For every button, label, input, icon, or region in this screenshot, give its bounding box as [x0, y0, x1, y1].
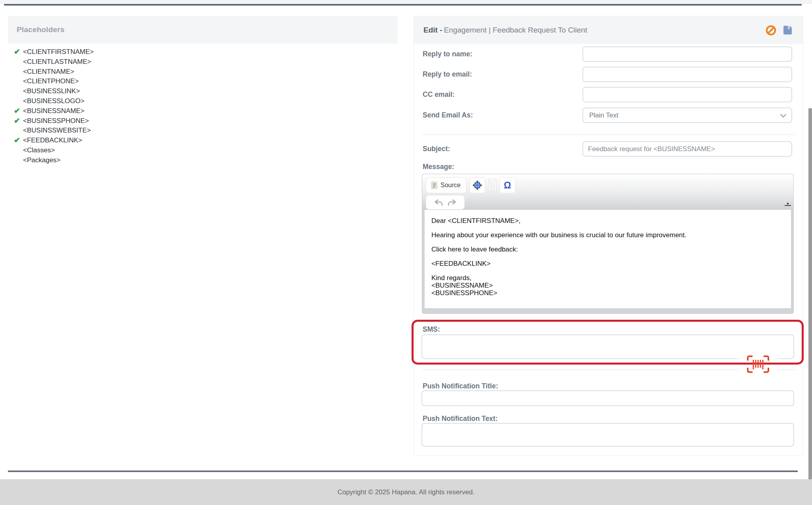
subject-label: Subject:: [423, 141, 450, 157]
maximize-icon: [472, 180, 483, 191]
source-button-label: Source: [440, 182, 461, 189]
omega-icon: Ω: [504, 181, 511, 190]
placeholder-label: <BUSINESSNAME>: [23, 107, 84, 115]
edit-panel-title: Edit -Engagement | Feedback Request To C…: [423, 26, 587, 35]
placeholder-item[interactable]: <CLIENTPHONE>: [8, 77, 398, 86]
message-editor-body[interactable]: Dear <CLIENTFIRSTNAME>, Hearing about yo…: [425, 210, 791, 308]
check-icon: ✔: [14, 106, 20, 116]
send-email-as-value: Plain Text: [589, 111, 618, 119]
placeholders-list: ✔<CLIENTFIRSTNAME> <CLIENTLASTNAME> <CLI…: [8, 47, 398, 165]
cc-email-label: CC email:: [423, 87, 455, 102]
subject-input[interactable]: [582, 141, 792, 157]
collapse-arrow-icon: ▲: [786, 201, 790, 205]
header-actions: [766, 25, 793, 36]
section-divider: [423, 369, 795, 370]
footer: Copyright © 2025 Hapana. All rights rese…: [0, 479, 812, 505]
message-paragraph: Hearing about your experience with our b…: [431, 231, 784, 239]
source-document-icon: [431, 182, 437, 189]
check-icon: ✔: [14, 116, 20, 126]
reply-to-email-input[interactable]: [582, 67, 792, 82]
placeholder-item[interactable]: <BUSINSSWEBSITE>: [8, 126, 398, 136]
message-paragraph: Click here to leave feedback:: [431, 246, 784, 253]
page: Placeholders ✔<CLIENTFIRSTNAME> <CLIENTL…: [0, 0, 812, 505]
placeholder-item[interactable]: <CLIENTNAME>: [8, 67, 398, 77]
placeholder-label: <Packages>: [23, 156, 61, 164]
placeholder-item[interactable]: ✔<BUSINESSPHONE>: [8, 116, 398, 126]
placeholder-label: <CLIENTFIRSTNAME>: [23, 48, 94, 56]
send-email-as-select[interactable]: Plain Text: [582, 108, 792, 123]
reply-to-email-label: Reply to email:: [423, 67, 472, 82]
footer-divider: [8, 470, 798, 472]
save-icon: [783, 25, 793, 35]
edit-panel: Edit -Engagement | Feedback Request To C…: [414, 16, 803, 456]
top-strip: [0, 0, 812, 4]
placeholder-item[interactable]: <BUSINESSLOGO>: [8, 96, 398, 106]
editor-toolbar-row1: Source: [426, 177, 515, 193]
barcode-scan-icon: [747, 355, 770, 374]
top-divider: [4, 4, 802, 6]
placeholder-label: <Classes>: [23, 146, 55, 154]
placeholder-label: <FEEDBACKLINK>: [23, 136, 82, 144]
cc-email-input[interactable]: [582, 87, 792, 102]
signoff-line: <BUSINESSPHONE>: [431, 289, 497, 297]
placeholder-item[interactable]: ✔<CLIENTFIRSTNAME>: [8, 47, 398, 57]
message-signoff: Kind regards, <BUSINESSNAME> <BUSINESSPH…: [431, 274, 784, 297]
toolbar-separator: [488, 179, 491, 192]
placeholders-panel: Placeholders ✔<CLIENTFIRSTNAME> <CLIENTL…: [8, 16, 398, 165]
placeholder-item[interactable]: <BUSINESSLINK>: [8, 86, 398, 96]
edit-title-prefix: Edit -: [423, 26, 442, 34]
message-label: Message:: [423, 162, 454, 171]
placeholder-label: <CLIENTNAME>: [23, 68, 74, 75]
placeholder-label: <CLIENTPHONE>: [23, 77, 79, 85]
signoff-line: <BUSINESSNAME>: [431, 282, 493, 289]
undo-button[interactable]: [434, 199, 443, 206]
push-text-input[interactable]: [421, 423, 794, 447]
placeholders-header: Placeholders: [8, 16, 398, 44]
sms-label: SMS:: [423, 325, 440, 334]
maximize-button[interactable]: [469, 177, 485, 193]
reply-to-name-input[interactable]: [582, 46, 792, 62]
push-title-input[interactable]: [421, 390, 794, 406]
placeholder-item[interactable]: ✔<FEEDBACKLINK>: [8, 136, 398, 146]
toolbar-separator: [494, 179, 496, 192]
placeholder-item[interactable]: <Classes>: [8, 146, 398, 156]
editor-toolbar-row2: [426, 195, 465, 209]
cancel-button[interactable]: [766, 25, 776, 36]
placeholder-item[interactable]: ✔<BUSINESSNAME>: [8, 106, 398, 116]
check-icon: ✔: [14, 136, 20, 146]
redo-icon: [448, 199, 456, 206]
placeholder-item[interactable]: <CLIENTLASTNAME>: [8, 57, 398, 67]
reply-to-name-label: Reply to name:: [423, 46, 472, 62]
message-paragraph: <FEEDBACKLINK>: [431, 260, 784, 268]
source-button[interactable]: Source: [426, 177, 466, 193]
message-paragraph: Dear <CLIENTFIRSTNAME>,: [431, 217, 784, 225]
collapse-toolbar-button[interactable]: ▲: [785, 200, 791, 206]
message-editor: Source: [422, 174, 794, 314]
placeholder-label: <BUSINESSLOGO>: [23, 97, 84, 105]
placeholder-label: <BUSINSSWEBSITE>: [23, 127, 91, 134]
chevron-down-icon: [780, 111, 787, 117]
edit-panel-header: Edit -Engagement | Feedback Request To C…: [414, 16, 803, 44]
push-text-label: Push Notification Text:: [423, 414, 498, 423]
placeholder-label: <CLIENTLASTNAME>: [23, 58, 91, 65]
check-icon: ✔: [14, 47, 20, 57]
signoff-line: Kind regards,: [431, 274, 471, 282]
section-divider: [423, 134, 795, 135]
undo-icon: [434, 199, 443, 206]
redo-button[interactable]: [448, 199, 456, 206]
copyright-text: Copyright © 2025 Hapana. All rights rese…: [337, 488, 475, 496]
special-character-button[interactable]: Ω: [500, 177, 515, 193]
scrollbar[interactable]: [808, 108, 812, 505]
placeholders-title: Placeholders: [17, 25, 65, 34]
sms-input[interactable]: [421, 334, 794, 359]
editor-toolbar: Source: [422, 174, 793, 210]
send-email-as-label: Send Email As:: [423, 108, 473, 123]
placeholder-label: <BUSINESSLINK>: [23, 87, 80, 95]
push-title-label: Push Notification Title:: [423, 382, 498, 390]
placeholder-item[interactable]: <Packages>: [8, 156, 398, 165]
edit-title-rest: Engagement | Feedback Request To Client: [444, 26, 588, 34]
save-button[interactable]: [783, 25, 793, 35]
cancel-icon: [766, 25, 776, 36]
placeholder-label: <BUSINESSPHONE>: [23, 117, 89, 125]
